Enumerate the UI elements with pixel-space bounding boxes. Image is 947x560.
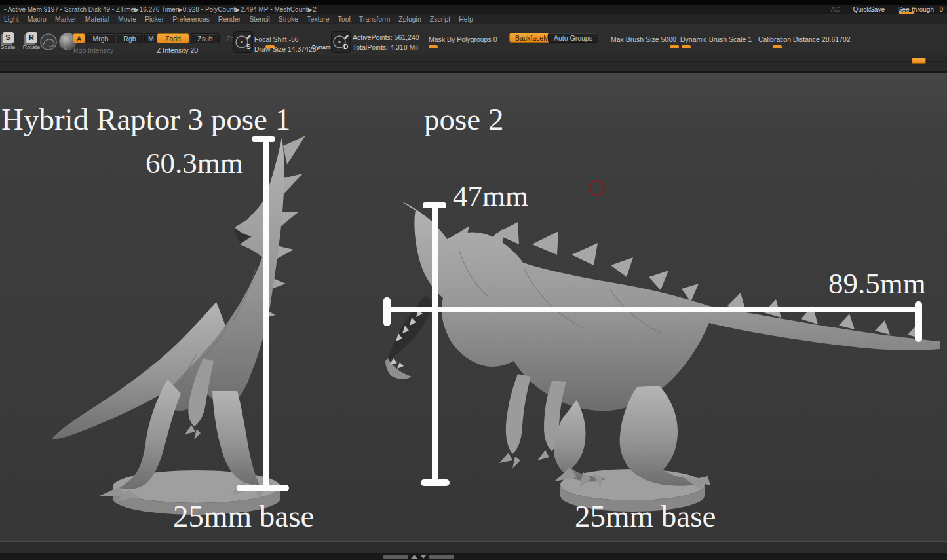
total-points-readout: TotalPoints: 4.318 Mil [353, 43, 418, 52]
dynamic-brush-scale-handle[interactable] [682, 45, 691, 48]
bottom-tray-strip [0, 541, 947, 553]
menu-item[interactable]: Stroke [279, 15, 298, 23]
pose1-height-line-bottom-cap [237, 485, 289, 491]
shelf-orange-indicator[interactable] [912, 58, 926, 64]
tray-divider-handle[interactable] [383, 555, 454, 559]
calibration-distance-handle[interactable] [773, 45, 782, 48]
quicksave-button[interactable]: QuickSave [853, 5, 885, 14]
z-intensity-value: 20 [190, 47, 198, 54]
mask-by-polygroups-label: Mask By Polygroups [429, 35, 492, 43]
ac-button[interactable]: AC [831, 5, 840, 14]
menu-item[interactable]: Marker [55, 15, 77, 23]
menu-item[interactable]: Zplugin [398, 15, 421, 23]
rotate-icon: R [26, 32, 37, 43]
rgb-intensity-label: Rgb Intensity [73, 47, 113, 54]
pose2-height-line [432, 204, 438, 485]
active-points-readout: ActivePoints: 561,240 [353, 33, 419, 42]
max-brush-size-slider[interactable]: Max Brush Size 5000 [611, 33, 676, 47]
menu-item[interactable]: Zscript [430, 15, 451, 23]
see-through-value: 0 [939, 5, 943, 14]
menu-item[interactable]: Help [459, 15, 473, 23]
pose1-base-label: 25mm base [173, 498, 314, 534]
menu-item[interactable]: Picker [145, 15, 164, 23]
max-brush-size-value: 5000 [661, 35, 676, 43]
menu-item[interactable]: Light [4, 15, 19, 23]
rgb-button[interactable]: Rgb [117, 33, 143, 43]
raptor-model-pose2 [385, 201, 940, 512]
bottom-bar [0, 553, 947, 560]
pose2-length-line [387, 307, 919, 312]
pose2-title: pose 2 [424, 102, 503, 137]
menu-item[interactable]: Macro [28, 15, 47, 23]
pose2-leg-front [554, 400, 607, 482]
menu-item[interactable]: Stencil [249, 15, 270, 23]
window-top-edge [0, 0, 947, 5]
dynamic-brush-scale-label: Dynamic Brush Scale [680, 35, 746, 43]
menu-item[interactable]: Tool [338, 15, 351, 23]
draw-size-label: Draw Size [254, 45, 286, 53]
arrow-up-icon[interactable] [411, 555, 417, 559]
divider-bar-left [383, 555, 408, 559]
dynamic-brush-scale-value: 1 [748, 35, 752, 43]
max-brush-size-label: Max Brush Size [611, 35, 659, 43]
menu-item[interactable]: Material [85, 15, 109, 23]
dynamic-brush-scale-slider[interactable]: Dynamic Brush Scale 1 [680, 33, 743, 47]
arrow-down-icon[interactable] [420, 555, 427, 559]
sub-shelf [0, 55, 947, 71]
svg-text:S: S [246, 43, 251, 50]
mask-by-polygroups-handle[interactable] [429, 45, 438, 48]
brush-size-d-icon: D [332, 32, 350, 52]
menu-item[interactable]: Texture [307, 15, 329, 23]
see-through-slider[interactable]: See-through 0 [898, 5, 943, 14]
calibration-distance-value: 28.61702 [822, 35, 851, 43]
stroke-picker-icon [39, 33, 58, 51]
mask-by-polygroups-value: 0 [493, 35, 497, 43]
mask-by-polygroups-slider[interactable]: Mask By Polygroups 0 [429, 33, 498, 47]
auto-groups-button[interactable]: Auto Groups [548, 33, 598, 43]
zadd-button[interactable]: Zadd [157, 33, 189, 43]
scale-icon: S [3, 32, 14, 43]
pose1-height-line-top-cap [252, 136, 275, 142]
pose2-height-line-top-cap [423, 202, 446, 208]
menu-item[interactable]: Movie [118, 15, 136, 23]
pose2-leg-rear [620, 386, 705, 486]
pose2-height-label: 47mm [453, 179, 528, 213]
pose2-length-line-right-cap [915, 301, 922, 342]
viewport-canvas[interactable]: Hybrid Raptor 3 pose 1 pose 2 60.3mm 47m… [0, 73, 947, 541]
top-shelf: S Scale R Rotate [0, 24, 947, 55]
stroke-picker-button[interactable] [39, 33, 58, 54]
status-bar: • Active Mem 9197 • Scratch Disk 49 • ZT… [0, 5, 947, 14]
zsub-button[interactable]: Zsub [191, 33, 220, 43]
red-circle-marker [590, 181, 604, 195]
pose2-length-label: 89.5mm [828, 267, 926, 301]
pose1-height-line [263, 138, 269, 489]
menu-item[interactable]: Render [218, 15, 241, 23]
divider-bar-right [429, 555, 454, 559]
pose2-height-line-bottom-cap [421, 479, 450, 486]
menu-item[interactable]: Preferences [172, 15, 210, 23]
memory-stats-text: • Active Mem 9197 • Scratch Disk 49 • ZT… [0, 6, 317, 13]
calibration-distance-slider[interactable]: Calibration Distance 28.61702 [758, 33, 830, 47]
max-brush-size-handle[interactable] [670, 45, 679, 48]
z-intensity-label: Z Intensity [157, 47, 188, 54]
menu-item[interactable]: Transform [359, 15, 390, 23]
shelf-groove [0, 61, 947, 62]
pose1-height-label: 60.3mm [145, 146, 243, 180]
pose2-length-line-left-cap [383, 297, 391, 326]
a-toggle-button[interactable]: A [73, 33, 85, 43]
status-bar-right: AC QuickSave See-through 0 [831, 5, 943, 14]
zbrush-window: • Active Mem 9197 • Scratch Disk 49 • ZT… [0, 0, 947, 560]
pose2-open-jaw [388, 295, 434, 361]
brush-size-s-button[interactable]: S [233, 31, 253, 53]
pose2-arm-near [506, 374, 531, 454]
pose2-body [401, 201, 940, 411]
sculpt-scene [0, 73, 947, 541]
pose2-base-label: 25mm base [575, 498, 716, 534]
pose1-title: Hybrid Raptor 3 pose 1 [1, 102, 290, 137]
brush-size-d-button[interactable]: D [331, 31, 351, 53]
brush-size-s-icon: S [234, 32, 252, 52]
mrgb-button[interactable]: Mrgb [86, 33, 115, 43]
menu-bar: LightMacroMarkerMaterialMoviePickerPrefe… [0, 14, 947, 24]
svg-text:D: D [343, 43, 348, 50]
m-button[interactable]: M [144, 33, 158, 43]
